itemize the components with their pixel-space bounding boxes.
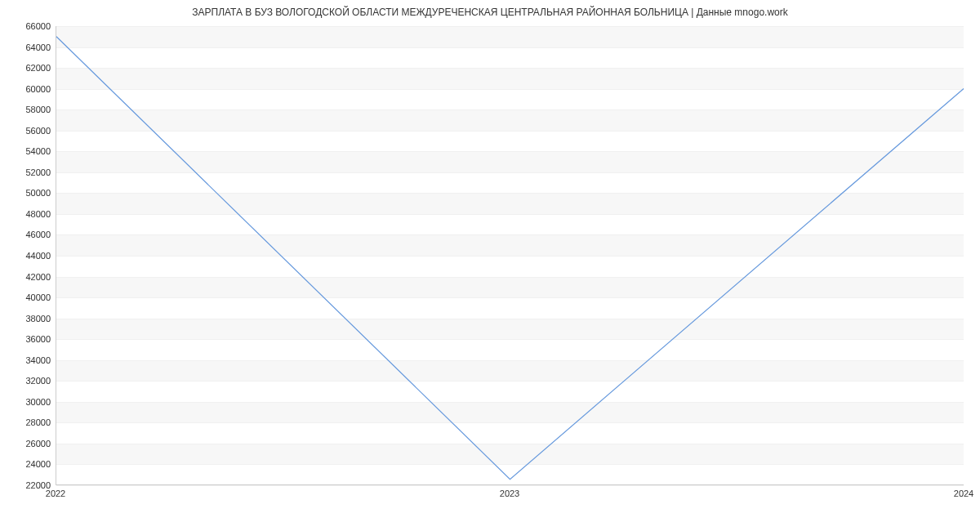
plot-area: [56, 26, 964, 485]
y-tick-label: 64000: [25, 42, 51, 52]
y-tick-label: 24000: [25, 459, 51, 469]
y-tick-label: 54000: [25, 146, 51, 156]
y-tick-label: 36000: [25, 334, 51, 344]
y-tick-label: 62000: [25, 63, 51, 73]
grid-line: [56, 485, 964, 486]
y-tick-label: 26000: [25, 439, 51, 448]
y-tick-label: 44000: [25, 251, 51, 261]
y-tick-label: 40000: [25, 292, 51, 302]
y-tick-label: 60000: [25, 84, 51, 94]
y-tick-label: 46000: [25, 230, 51, 239]
y-tick-label: 28000: [25, 417, 51, 427]
y-tick-label: 38000: [25, 314, 51, 324]
y-tick-label: 32000: [25, 376, 51, 386]
line-svg: [56, 26, 964, 484]
y-tick-label: 66000: [25, 21, 51, 31]
data-line: [56, 37, 964, 480]
y-tick-label: 50000: [25, 188, 51, 198]
x-tick-label: 2024: [954, 489, 973, 498]
x-tick-label: 2022: [46, 489, 65, 498]
y-tick-label: 34000: [25, 355, 51, 365]
y-tick-label: 30000: [25, 397, 51, 407]
y-tick-label: 52000: [25, 167, 51, 177]
y-tick-label: 48000: [25, 209, 51, 219]
y-tick-label: 56000: [25, 126, 51, 136]
y-tick-label: 58000: [25, 105, 51, 114]
y-tick-label: 42000: [25, 272, 51, 282]
x-tick-label: 2023: [500, 489, 519, 498]
chart-title: ЗАРПЛАТА В БУЗ ВОЛОГОДСКОЙ ОБЛАСТИ МЕЖДУ…: [0, 7, 980, 18]
